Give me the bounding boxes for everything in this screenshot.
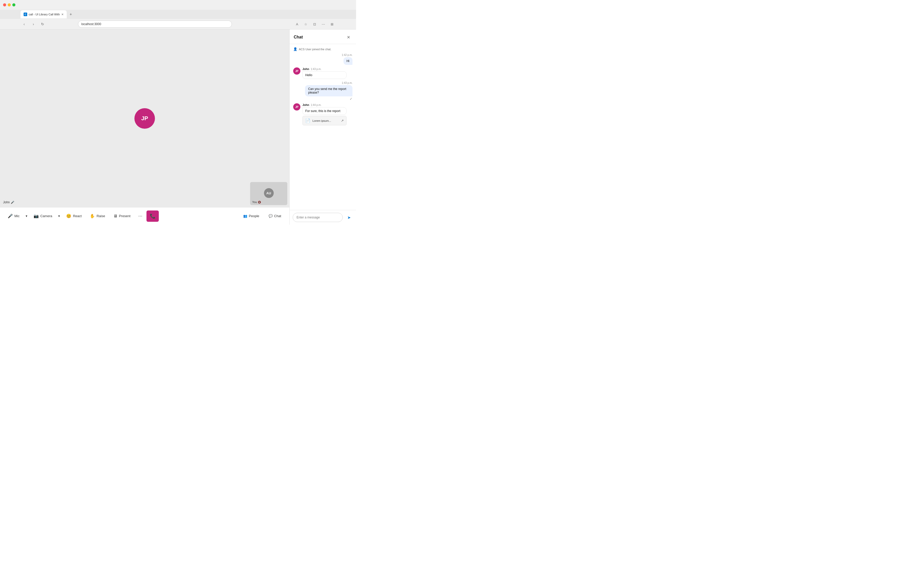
controls-bar: 🎤 Mic ▾ 📷 Camera ▾ 😊 React ✋ Raise xyxy=(0,207,289,225)
mic-icon: 🎤 xyxy=(8,214,13,218)
chat-close-button[interactable]: ✕ xyxy=(345,34,352,41)
people-label: People xyxy=(249,214,259,218)
message-incoming-1: JP John 1:43 p.m. Hello xyxy=(293,68,346,79)
back-button[interactable]: ‹ xyxy=(20,20,28,28)
msg-time: 1:43 p.m. xyxy=(342,82,353,84)
message-outgoing-2: 1:43 p.m. Can you send me the report ple… xyxy=(305,82,353,101)
app-container: JP John 🎤 AU You 🔇 🎤 Mic xyxy=(0,30,356,225)
system-message-text: ACS User joined the chat. xyxy=(299,48,332,51)
tab-favicon: C xyxy=(24,13,27,16)
sender-avatar: JP xyxy=(293,68,300,75)
self-label-text: You xyxy=(252,201,257,204)
browser-chrome: C call - UI Library Call With ✕ + ‹ › ↻ … xyxy=(0,0,356,30)
chat-label: Chat xyxy=(274,214,281,218)
message-incoming-2: JP John 1:44 p.m. For sure, this is the … xyxy=(293,103,346,125)
send-button[interactable]: ➤ xyxy=(345,213,353,222)
msg-sender: John xyxy=(302,103,309,106)
participant-name-label: John 🎤 xyxy=(3,201,14,204)
file-attachment: 📄 Lorem ipsum... ↗ xyxy=(302,116,346,125)
new-tab-button[interactable]: + xyxy=(68,11,74,17)
present-icon: 🖥 xyxy=(113,214,117,218)
file-name: Lorem ipsum... xyxy=(312,119,339,122)
participant-initials: JP xyxy=(141,115,148,122)
mic-chevron-icon: ▾ xyxy=(26,214,28,218)
reload-button[interactable]: ↻ xyxy=(39,20,46,28)
mic-label: Mic xyxy=(14,214,20,218)
msg-text: For sure, this is the report xyxy=(302,107,346,115)
react-button[interactable]: 😊 React xyxy=(63,211,85,222)
more-options-icon[interactable]: ⋯ xyxy=(320,20,327,28)
file-open-button[interactable]: ↗ xyxy=(341,119,344,123)
camera-icon: 📷 xyxy=(34,214,39,218)
maximize-window-button[interactable] xyxy=(12,3,15,7)
more-button[interactable]: ⋯ xyxy=(135,211,145,222)
end-call-icon: 📞 xyxy=(150,213,155,219)
msg-time: 1:44 p.m. xyxy=(311,104,322,106)
self-label: You 🔇 xyxy=(252,201,261,204)
react-icon: 😊 xyxy=(66,214,71,218)
participant-name: John xyxy=(3,201,10,204)
camera-button[interactable]: 📷 Camera xyxy=(30,211,56,222)
tab-title: call - UI Library Call With xyxy=(29,13,60,16)
system-message: 👤 ACS User joined the chat. xyxy=(293,47,353,51)
file-icon: 📄 xyxy=(305,118,310,123)
msg-sender: John xyxy=(302,68,309,71)
present-button[interactable]: 🖥 Present xyxy=(110,211,134,222)
call-area: JP John 🎤 AU You 🔇 🎤 Mic xyxy=(0,30,289,225)
bottom-right-controls: 👥 People 💬 Chat xyxy=(239,211,285,222)
raise-label: Raise xyxy=(96,214,105,218)
msg-time: 1:43 p.m. xyxy=(311,68,322,71)
msg-time: 1:42 p.m. xyxy=(342,54,353,56)
call-main: JP John 🎤 AU You 🔇 xyxy=(0,30,289,207)
chat-button[interactable]: 💬 Chat xyxy=(264,211,285,222)
self-muted-icon: 🔇 xyxy=(258,201,261,204)
sender-avatar: JP xyxy=(293,103,300,110)
end-call-button[interactable]: 📞 xyxy=(147,211,159,222)
bookmark-icon[interactable]: ☆ xyxy=(302,20,309,28)
camera-chevron-icon: ▾ xyxy=(58,214,60,218)
participant-avatar: JP xyxy=(134,108,155,129)
self-initials: AU xyxy=(266,191,271,195)
url-text: localhost:3000 xyxy=(81,22,101,26)
present-label: Present xyxy=(119,214,130,218)
browser-tab[interactable]: C call - UI Library Call With ✕ xyxy=(20,10,67,18)
msg-text: Hello xyxy=(302,71,346,79)
system-icon: 👤 xyxy=(293,47,297,51)
self-avatar: AU xyxy=(264,188,274,198)
tab-close-button[interactable]: ✕ xyxy=(61,13,64,16)
close-window-button[interactable] xyxy=(3,3,6,7)
react-label: React xyxy=(73,214,82,218)
sent-indicator: ✓ xyxy=(350,97,353,101)
translate-icon[interactable]: A xyxy=(294,20,301,28)
extensions-icon[interactable]: ⊞ xyxy=(328,20,335,28)
minimize-window-button[interactable] xyxy=(8,3,11,7)
mic-button[interactable]: 🎤 Mic xyxy=(4,211,23,222)
chat-icon: 💬 xyxy=(269,214,273,218)
window-controls xyxy=(3,3,15,7)
chat-header: Chat ✕ xyxy=(290,30,356,44)
people-icon: 👥 xyxy=(243,214,247,218)
split-view-icon[interactable]: ⊡ xyxy=(311,20,318,28)
message-outgoing-1: 1:42 p.m. Hi xyxy=(342,54,353,65)
people-button[interactable]: 👥 People xyxy=(239,211,263,222)
chat-messages: 👤 ACS User joined the chat. 1:42 p.m. Hi… xyxy=(290,44,356,210)
msg-bubble: Can you send me the report please? xyxy=(305,85,353,96)
more-icon: ⋯ xyxy=(138,214,142,218)
address-bar[interactable]: localhost:3000 xyxy=(78,20,232,28)
raise-icon: ✋ xyxy=(90,214,95,218)
self-view: AU You 🔇 xyxy=(250,182,287,205)
chat-title: Chat xyxy=(294,35,303,40)
message-input[interactable] xyxy=(293,213,343,222)
forward-button[interactable]: › xyxy=(30,20,37,28)
mic-chevron-button[interactable]: ▾ xyxy=(24,211,29,222)
send-icon: ➤ xyxy=(347,215,351,220)
raise-button[interactable]: ✋ Raise xyxy=(86,211,109,222)
chat-input-area: ➤ xyxy=(290,210,356,225)
camera-label: Camera xyxy=(40,214,52,218)
msg-bubble: Hi xyxy=(343,57,353,65)
chat-panel: Chat ✕ 👤 ACS User joined the chat. 1:42 … xyxy=(289,30,356,225)
camera-chevron-button[interactable]: ▾ xyxy=(57,211,61,222)
muted-icon: 🎤 xyxy=(11,201,14,204)
